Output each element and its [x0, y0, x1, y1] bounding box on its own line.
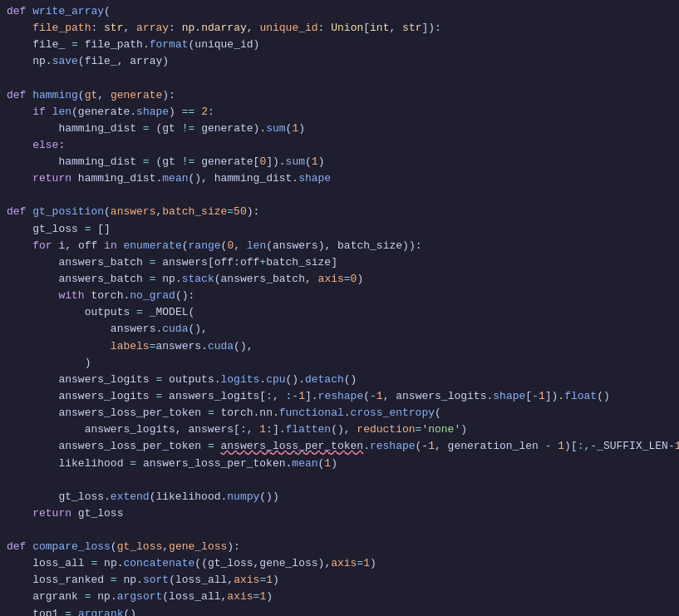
line-1: def write_array(	[0, 3, 679, 20]
line-26: answers_logits, answers[:, 1:].flatten()…	[0, 421, 679, 438]
line-2: file_path: str, array: np.ndarray, uniqu…	[0, 20, 679, 37]
line-19: outputs = _MODEL(	[0, 304, 679, 321]
line-5	[0, 71, 679, 87]
line-3: file_ = file_path.format(unique_id)	[0, 37, 679, 53]
line-35: loss_ranked = np.sort(loss_all,axis=1)	[0, 572, 679, 589]
line-7: if len(generate.shape) == 2:	[0, 104, 679, 121]
line-31: return gt_loss	[0, 505, 679, 522]
line-21: labels=answers.cuda(),	[0, 338, 679, 355]
line-36: argrank = np.argsort(loss_all,axis=1)	[0, 589, 679, 605]
line-28: likelihood = answers_loss_per_token.mean…	[0, 456, 679, 472]
line-32	[0, 522, 679, 539]
line-33: def compare_loss(gt_loss,gene_loss):	[0, 539, 679, 555]
line-6: def hamming(gt, generate):	[0, 87, 679, 104]
line-30: gt_loss.extend(likelihood.numpy())	[0, 489, 679, 505]
line-23: answers_logits = outputs.logits.cpu().de…	[0, 372, 679, 388]
line-37: top1 = argrank()	[0, 606, 679, 617]
code-editor[interactable]: def write_array( file_path: str, array: …	[0, 0, 679, 616]
line-34: loss_all = np.concatenate((gt_loss,gene_…	[0, 555, 679, 572]
line-14: gt_loss = []	[0, 221, 679, 238]
line-10: hamming_dist = (gt != generate[0]).sum(1…	[0, 154, 679, 170]
line-17: answers_batch = np.stack(answers_batch, …	[0, 271, 679, 288]
line-15: for i, off in enumerate(range(0, len(ans…	[0, 238, 679, 254]
line-4: np.save(file_, array)	[0, 53, 679, 70]
line-29	[0, 472, 679, 489]
line-12	[0, 187, 679, 204]
line-25: answers_loss_per_token = torch.nn.functi…	[0, 405, 679, 421]
line-22: )	[0, 355, 679, 372]
line-8: hamming_dist = (gt != generate).sum(1)	[0, 121, 679, 137]
line-24: answers_logits = answers_logits[:, :-1].…	[0, 388, 679, 405]
line-16: answers_batch = answers[off:off+batch_si…	[0, 254, 679, 271]
line-20: answers.cuda(),	[0, 321, 679, 338]
line-18: with torch.no_grad():	[0, 288, 679, 304]
line-13: def gt_position(answers,batch_size=50):	[0, 204, 679, 220]
line-9: else:	[0, 137, 679, 154]
line-11: return hamming_dist.mean(), hamming_dist…	[0, 170, 679, 187]
line-27: answers_loss_per_token = answers_loss_pe…	[0, 438, 679, 455]
